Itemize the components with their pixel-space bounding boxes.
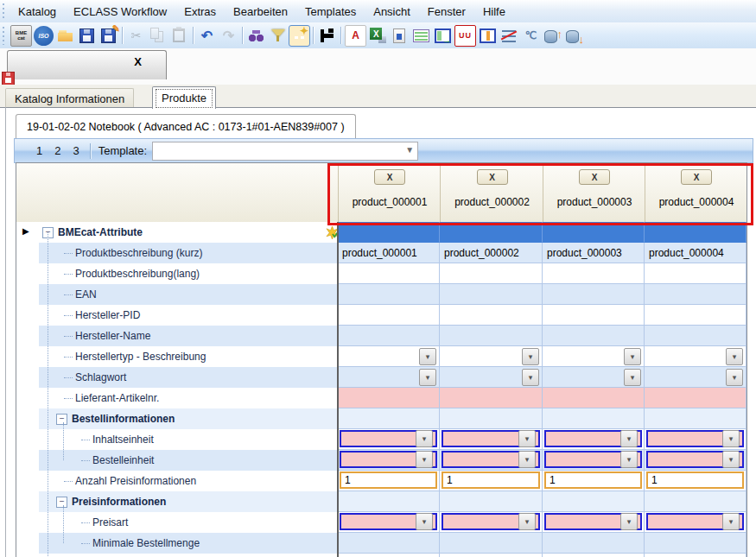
grid-cell[interactable] (440, 305, 543, 326)
attribute-name-cell[interactable]: –BMEcat-Attribute (39, 222, 341, 244)
grid-cell[interactable] (645, 305, 746, 326)
grid-cell[interactable]: ▾ (543, 346, 645, 367)
grid-cell[interactable]: ▾ (338, 367, 440, 388)
dropdown-button-icon[interactable]: ▾ (522, 369, 539, 386)
attribute-name-cell[interactable]: Anzahl Preisinformationen (39, 471, 363, 492)
excel-export-icon[interactable] (368, 26, 388, 46)
row-indicator[interactable] (16, 284, 40, 305)
required-combobox[interactable]: ▾ (646, 513, 744, 530)
grid-cell[interactable]: product_000002 (440, 243, 543, 263)
required-combobox[interactable]: ▾ (544, 513, 642, 530)
cut-icon[interactable] (126, 26, 146, 46)
grid-cell[interactable] (338, 305, 440, 326)
open-file-icon[interactable] (55, 26, 75, 46)
dropdown-button-icon[interactable]: ▾ (722, 513, 740, 530)
grid-cell[interactable] (543, 408, 645, 429)
grid-cell[interactable] (440, 388, 543, 408)
grid-cell[interactable] (543, 305, 645, 326)
attribute-name-cell[interactable]: Herstellertyp - BeschreibungM (39, 346, 363, 368)
grid-cell[interactable] (645, 554, 746, 557)
grid-cell[interactable] (645, 326, 746, 346)
menu-item-bearbeiten[interactable]: Bearbeiten (225, 3, 296, 21)
find-icon[interactable] (246, 26, 266, 46)
grid-cell[interactable] (440, 408, 543, 429)
db-download-icon[interactable] (564, 26, 584, 46)
grid-cell[interactable] (338, 533, 440, 554)
required-combobox[interactable]: ▾ (340, 430, 437, 447)
grid-cell[interactable] (543, 388, 645, 408)
grid-cell[interactable] (440, 533, 543, 554)
grid-cell[interactable] (543, 284, 645, 305)
menu-item-templates[interactable]: Templates (296, 3, 365, 21)
column-header-product_000002[interactable]: Xproduct_000002 (440, 163, 543, 223)
row-indicator[interactable] (16, 388, 40, 408)
row-indicator[interactable] (16, 305, 40, 326)
row-indicator[interactable] (16, 346, 40, 367)
row-indicator[interactable] (16, 263, 40, 284)
menu-item-extras[interactable]: Extras (175, 3, 225, 21)
required-combobox[interactable]: ▾ (340, 451, 437, 468)
iso-icon[interactable] (34, 26, 54, 46)
grid-cell[interactable]: product_000004 (645, 243, 746, 263)
remove-column-button[interactable]: X (681, 169, 712, 185)
grid-cell[interactable] (543, 533, 645, 554)
dropdown-button-icon[interactable]: ▾ (518, 430, 536, 447)
row-indicator[interactable] (16, 429, 40, 450)
row-indicator[interactable] (16, 367, 40, 388)
tab-katalog-informationen[interactable]: Katalog Informationen (5, 88, 134, 108)
clipboard-check-icon[interactable] (390, 26, 410, 46)
grid-cell[interactable] (440, 554, 543, 557)
grid-cell[interactable]: ▾ (440, 512, 543, 533)
toolbar-grip[interactable] (2, 27, 6, 45)
grid-cell[interactable]: product_000003 (543, 243, 645, 263)
number-input[interactable]: 1 (646, 472, 744, 489)
attribute-name-cell[interactable]: SchlagwortM (39, 367, 363, 389)
grid-cell[interactable] (440, 491, 543, 512)
grid-cell[interactable]: 1 (645, 471, 746, 491)
tree-collapse-icon[interactable]: – (56, 414, 67, 425)
grid-cell[interactable] (338, 263, 440, 284)
grid-cell[interactable]: ▾ (645, 450, 746, 471)
dropdown-button-icon[interactable]: ▾ (620, 451, 638, 468)
grid-cell[interactable] (645, 491, 746, 512)
grid-cell[interactable] (645, 284, 746, 305)
grid-cell[interactable]: ▾ (543, 450, 645, 471)
grid-cell[interactable] (645, 408, 746, 429)
undo-icon[interactable] (197, 26, 217, 46)
unit-uu-icon[interactable] (454, 25, 476, 47)
attribute-name-cell[interactable]: Hersteller-PID (39, 305, 363, 326)
product-group-tab[interactable]: 19-01-02-02 Notebook ( Advanced AC : 017… (16, 114, 356, 138)
grid-cell[interactable] (440, 326, 543, 346)
grid-cell[interactable] (543, 326, 645, 346)
row-indicator[interactable] (16, 491, 40, 512)
dropdown-button-icon[interactable]: ▾ (416, 430, 433, 447)
table-column-icon[interactable] (478, 26, 498, 46)
attribute-name-cell[interactable]: Inhaltseinheit (39, 429, 380, 451)
column-header-product_000003[interactable]: Xproduct_000003 (543, 163, 645, 223)
remove-column-button[interactable]: X (477, 169, 508, 185)
attribute-name-cell[interactable]: Produktbeschreibung (kurz) (39, 243, 363, 264)
remove-lines-icon[interactable] (499, 26, 519, 46)
close-document-icon[interactable]: X (134, 55, 142, 68)
number-input[interactable]: 1 (442, 472, 540, 489)
required-combobox[interactable]: ▾ (442, 430, 540, 447)
save-as-icon[interactable] (98, 26, 118, 46)
grid-cell[interactable]: ▾ (440, 367, 543, 388)
tree-collapse-icon[interactable]: – (56, 497, 67, 508)
attribute-name-cell[interactable]: Hersteller-Name (39, 326, 363, 347)
celsius-icon[interactable] (521, 26, 541, 46)
dropdown-button-icon[interactable]: ▾ (518, 513, 536, 530)
grid-cell[interactable]: ▾ (543, 429, 645, 450)
grid-cell[interactable] (645, 222, 746, 243)
dropdown-button-icon[interactable]: ▾ (624, 348, 641, 365)
attribute-name-cell[interactable]: EAN (39, 284, 363, 306)
page-button-1[interactable]: 1 (30, 144, 48, 157)
dropdown-button-icon[interactable]: ▾ (518, 451, 536, 468)
required-combobox[interactable]: ▾ (646, 430, 744, 447)
required-combobox[interactable]: ▾ (442, 513, 540, 530)
menu-item-katalog[interactable]: Katalog (10, 3, 65, 21)
dropdown-button-icon[interactable]: ▾ (419, 348, 436, 365)
dropdown-button-icon[interactable]: ▾ (620, 513, 638, 530)
grid-cell[interactable]: ▾ (338, 429, 440, 450)
fixed-column-separator[interactable] (337, 222, 339, 557)
